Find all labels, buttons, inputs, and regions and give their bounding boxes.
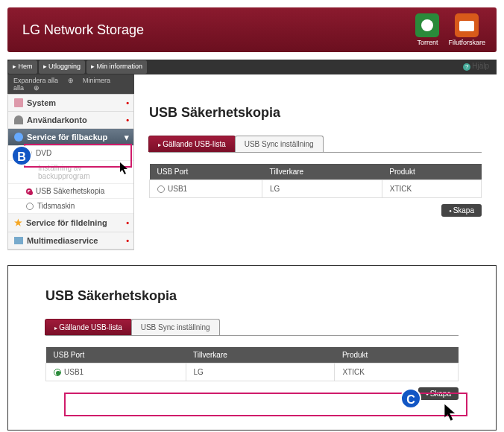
nav-info[interactable]: ▸ Min information: [86, 60, 147, 74]
sidebar-item-label: USB Säkerhetskopia: [36, 187, 104, 195]
radio-usb1[interactable]: [157, 185, 165, 193]
annotation-badge-b: B: [11, 145, 32, 166]
help-link[interactable]: ?Hjälp: [463, 62, 489, 71]
col-maker: Tillverkare: [262, 164, 382, 180]
app-title: LG Network Storage: [22, 7, 482, 52]
sidebar-sub-time[interactable]: Tidsmaskin: [8, 199, 133, 214]
button-row: Skapa: [149, 204, 482, 217]
tab-usb-list[interactable]: Gällande USB-lista: [45, 319, 132, 335]
explorer-launcher[interactable]: Filutforskare: [448, 13, 485, 46]
cursor-icon: [444, 403, 460, 425]
top-nav: ▸ Hem ▸ Utloggning ▸ Min information ?Hj…: [7, 60, 497, 74]
sidebar-item-users[interactable]: Användarkonto: [8, 112, 133, 129]
button-row: Skapa: [45, 387, 459, 400]
header-icons: Torrent Filutforskare: [415, 13, 485, 46]
explorer-icon: [455, 13, 479, 37]
sidebar-item-label: Inställning av backupprogram: [38, 164, 127, 180]
user-icon: [14, 115, 23, 124]
backup-icon: [14, 133, 23, 142]
multimedia-icon: [14, 237, 23, 244]
sidebar-item-backup[interactable]: Service för filbackup: [8, 129, 133, 146]
app-header: LG Network Storage Torrent Filutforskare: [7, 7, 497, 52]
expand-all[interactable]: Expandera alla ⊕: [13, 77, 74, 84]
radio-usb1[interactable]: [54, 369, 61, 376]
nav-logout[interactable]: ▸ Utloggning: [39, 60, 86, 74]
tab-usb-sync[interactable]: USB Sync inställning: [131, 319, 220, 335]
sidebar-item-multimedia[interactable]: Multimediaservice: [8, 232, 133, 250]
page-title: USB Säkerhetskopia: [45, 288, 459, 304]
sidebar-item-label: DVD: [36, 149, 51, 157]
help-icon: ?: [463, 63, 470, 71]
usb-table: USB Port Tillverkare Produkt USB1 LG XTI…: [45, 347, 459, 381]
tab-bar: Gällande USB-lista USB Sync inställning: [149, 136, 482, 153]
tab-usb-sync[interactable]: USB Sync inställning: [235, 136, 324, 152]
sidebar-sub-usb[interactable]: USB Säkerhetskopia: [8, 184, 133, 199]
usb-table: USB Port Tillverkare Produkt USB1 LG XTI…: [149, 164, 482, 198]
sidebar-item-label: Service för filbackup: [27, 133, 107, 142]
col-port: USB Port: [150, 164, 262, 180]
system-icon: [14, 98, 23, 107]
sidebar-item-system[interactable]: System: [8, 95, 133, 112]
table-row[interactable]: USB1 LG XTICK: [150, 180, 482, 198]
col-maker: Tillverkare: [186, 347, 335, 363]
sidebar-item-label: Användarkonto: [27, 115, 87, 124]
page-title: USB Säkerhetskopia: [149, 105, 482, 121]
sidebar-item-share[interactable]: ★Service för fildelning: [8, 214, 133, 232]
table-row[interactable]: USB1 LG XTICK: [46, 363, 459, 381]
sidebar-item-label: Service för fildelning: [26, 218, 107, 227]
explorer-label: Filutforskare: [448, 39, 485, 46]
col-port: USB Port: [46, 347, 186, 363]
cell-maker: LG: [186, 363, 335, 381]
cell-port: USB1: [64, 368, 84, 376]
create-button[interactable]: Skapa: [441, 204, 482, 217]
torrent-icon: [415, 13, 439, 37]
cursor-icon: [119, 162, 131, 180]
sidebar: System Användarkonto Service för filback…: [7, 94, 134, 250]
sidebar-item-label: System: [27, 98, 56, 107]
main-content: USB Säkerhetskopia Gällande USB-lista US…: [134, 94, 497, 228]
annotation-badge-c: C: [400, 388, 421, 409]
tree-controls: Expandera alla ⊕ Minimera alla ⊕: [7, 74, 134, 94]
app-icon: [26, 168, 34, 177]
torrent-launcher[interactable]: Torrent: [415, 13, 439, 46]
col-product: Produkt: [335, 347, 459, 363]
detail-panel: USB Säkerhetskopia Gällande USB-lista US…: [7, 265, 497, 431]
clock-icon: [26, 203, 34, 210]
star-icon: ★: [14, 217, 22, 228]
nav-home[interactable]: ▸ Hem: [8, 60, 37, 74]
cell-product: XTICK: [335, 363, 459, 381]
sidebar-item-label: Tidsmaskin: [37, 202, 75, 210]
tab-bar: Gällande USB-lista USB Sync inställning: [45, 319, 459, 336]
create-button[interactable]: Skapa: [418, 387, 459, 400]
sidebar-item-label: Multimediaservice: [27, 236, 98, 245]
radio-icon: [26, 188, 32, 194]
tab-usb-list[interactable]: Gällande USB-lista: [148, 136, 236, 152]
cell-maker: LG: [262, 180, 382, 198]
col-product: Produkt: [382, 164, 481, 180]
torrent-label: Torrent: [417, 39, 438, 46]
cell-product: XTICK: [382, 180, 481, 198]
cell-port: USB1: [168, 185, 187, 193]
